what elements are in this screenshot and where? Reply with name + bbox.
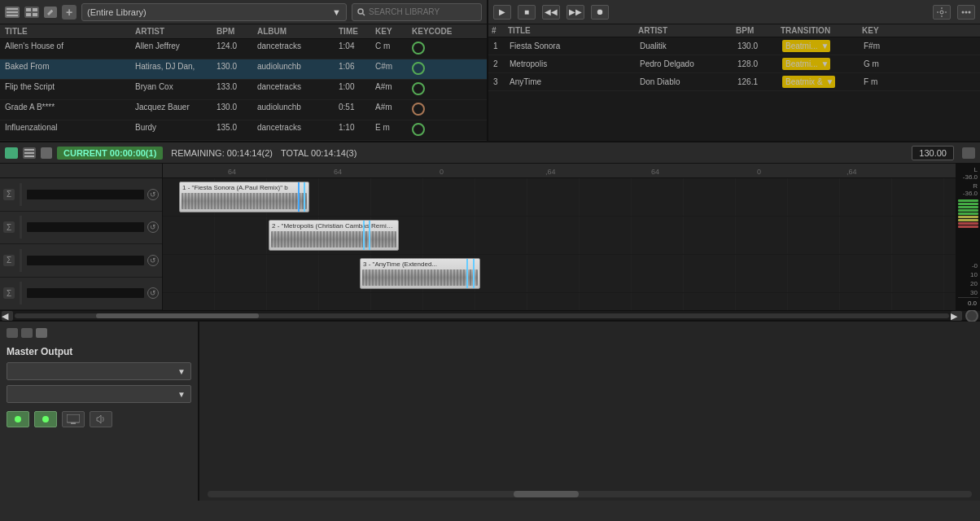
svg-rect-17 — [67, 414, 80, 422]
svg-rect-6 — [33, 13, 37, 16]
panel-list-icon[interactable] — [7, 328, 18, 338]
track-block-2[interactable]: 2 - "Metropolis (Christian Cambas Remix)… — [269, 220, 399, 251]
cue-point[interactable] — [369, 221, 370, 250]
monitor-icon — [67, 414, 80, 424]
svg-rect-15 — [24, 152, 34, 154]
table-row[interactable]: Grade A B**** Jacquez Bauer 130.0 audiol… — [0, 100, 487, 120]
panel-edit-icon[interactable] — [36, 328, 47, 338]
library-table-body: Allen's House of Allen Jeffrey 124.0 dan… — [0, 39, 487, 141]
cue-point[interactable] — [304, 182, 305, 212]
list-view-icon[interactable] — [5, 7, 20, 18]
cue-point[interactable] — [466, 259, 468, 288]
zoom-icon[interactable] — [965, 309, 978, 322]
monitor-btn-2[interactable] — [34, 411, 57, 427]
output-dropdown-2[interactable]: ▼ — [7, 385, 191, 403]
track-handle — [20, 249, 22, 272]
options-button[interactable] — [957, 5, 975, 20]
track-refresh-icon[interactable]: ↺ — [147, 255, 159, 266]
track-block-3[interactable]: 3 - "AnyTime (Extended... — [360, 258, 480, 289]
keycode-icon — [412, 103, 425, 116]
svg-point-10 — [940, 11, 943, 14]
svg-rect-3 — [26, 8, 31, 11]
timeline-edit-icon[interactable] — [41, 147, 52, 159]
track-mini-waveform — [27, 288, 144, 298]
search-input[interactable] — [369, 7, 466, 16]
search-icon — [357, 8, 365, 16]
total-time: TOTAL 00:14:14(3) — [281, 148, 357, 158]
svg-point-13 — [969, 11, 971, 13]
play-button[interactable]: ▶ — [493, 5, 511, 20]
track-refresh-icon[interactable]: ↺ — [147, 221, 159, 233]
timeline-icon[interactable] — [5, 147, 18, 159]
bpm-display[interactable]: 130.00 — [912, 146, 954, 160]
monitor-btn-1[interactable] — [7, 411, 29, 427]
beatmix-badge[interactable]: Beatmi...▼ — [782, 58, 830, 70]
bpm-adjust-icon[interactable] — [962, 147, 975, 159]
track-sigma-icon[interactable]: Σ — [3, 221, 15, 233]
scroll-left-button[interactable]: ◀ — [2, 311, 13, 321]
prev-button[interactable]: ◀◀ — [542, 5, 560, 20]
grid-view-icon[interactable] — [24, 7, 39, 18]
waveform-1 — [182, 193, 307, 209]
time-display: CURRENT 00:00:00(1) REMAINING: 00:14:14(… — [57, 147, 357, 160]
bottom-controls — [7, 411, 191, 427]
next-button[interactable]: ▶▶ — [567, 5, 584, 20]
scrollbar-thumb[interactable] — [96, 313, 259, 318]
table-row[interactable]: Flip the Script Bryan Cox 133.0 dancetra… — [0, 80, 487, 100]
playlist-row[interactable]: 1 Fiesta Sonora Dualitik 130.0 Beatmi...… — [488, 37, 980, 55]
keycode-icon — [412, 42, 425, 55]
timeline-view-icon[interactable] — [23, 147, 36, 159]
track-controls: Σ ↺ Σ ↺ Σ ↺ Σ ↺ — [0, 164, 163, 310]
playlist-row[interactable]: 3 AnyTime Don Diablo 126.1 Beatmix &▼ F … — [488, 73, 980, 91]
stop-button[interactable]: ■ — [518, 5, 536, 20]
search-box[interactable] — [352, 3, 482, 21]
panel-grid-icon[interactable] — [21, 328, 33, 338]
output-dropdown-1[interactable]: ▼ — [7, 362, 191, 380]
track-refresh-icon[interactable]: ↺ — [147, 189, 159, 200]
playlist-toolbar: ▶ ■ ◀◀ ▶▶ ⏺ — [488, 0, 980, 24]
beatmix-badge[interactable]: Beatmix &▼ — [782, 76, 835, 88]
keycode-icon — [412, 82, 425, 95]
track-control-row: Σ ↺ — [0, 278, 162, 311]
audio-btn[interactable] — [90, 411, 112, 427]
track-handle — [20, 183, 22, 206]
track-refresh-icon[interactable]: ↺ — [147, 287, 159, 299]
table-row[interactable]: Influenzational Burdy 135.0 dancetracks … — [0, 120, 487, 141]
master-output-panel: Master Output ▼ ▼ — [0, 322, 199, 501]
playlist-row[interactable]: 2 Metropolis Pedro Delgado 128.0 Beatmi.… — [488, 55, 980, 73]
table-row[interactable]: Baked From Hatiras, DJ Dan, 130.0 audiol… — [0, 59, 487, 80]
beatmix-badge[interactable]: Beatmi...▼ — [782, 40, 830, 52]
track-block-1[interactable]: 1 - "Fiesta Sonora (A.Paul Remix)" b — [179, 182, 309, 212]
svg-rect-14 — [24, 149, 34, 151]
waveform-3 — [362, 269, 478, 286]
timeline-scrollbar: ◀ ▶ — [0, 310, 980, 320]
playlist-header: # TITLE ARTIST BPM TRANSITION KEY — [488, 24, 980, 37]
cue-point[interactable] — [473, 259, 475, 288]
monitor-btn-3[interactable] — [62, 411, 85, 427]
led-indicator — [42, 416, 49, 422]
cue-point[interactable] — [298, 182, 300, 212]
scroll-right-button[interactable]: ▶ — [951, 311, 962, 321]
edit-icon[interactable] — [44, 7, 57, 18]
library-toolbar: + (Entire Library) ▼ — [0, 0, 487, 24]
cue-point[interactable] — [363, 221, 365, 250]
track-handle — [20, 216, 22, 239]
track-sigma-icon[interactable]: Σ — [3, 255, 15, 266]
bottom-scrollbar-thumb[interactable] — [514, 491, 579, 497]
waveform-2 — [271, 231, 396, 247]
track-lane-4 — [163, 293, 956, 310]
add-button[interactable]: + — [62, 5, 77, 20]
table-row[interactable]: Allen's House of Allen Jeffrey 124.0 dan… — [0, 39, 487, 59]
settings-icon[interactable] — [933, 5, 951, 20]
scrollbar-track[interactable] — [15, 313, 949, 318]
track-sigma-icon[interactable]: Σ — [3, 287, 15, 299]
timeline-canvas[interactable]: 64 64 0 ,64 64 0 ,64 1 - "Fiesta Sonora … — [163, 164, 956, 310]
track-sigma-icon[interactable]: Σ — [3, 189, 15, 200]
svg-point-8 — [358, 9, 363, 14]
bottom-scrollbar[interactable] — [208, 491, 972, 497]
top-section: + (Entire Library) ▼ TITLE ARTIST BPM AL… — [0, 0, 980, 142]
library-dropdown[interactable]: (Entire Library) ▼ — [81, 3, 347, 21]
track-control-row: Σ ↺ — [0, 244, 162, 278]
svg-rect-18 — [71, 422, 76, 424]
record-button[interactable]: ⏺ — [591, 5, 609, 20]
